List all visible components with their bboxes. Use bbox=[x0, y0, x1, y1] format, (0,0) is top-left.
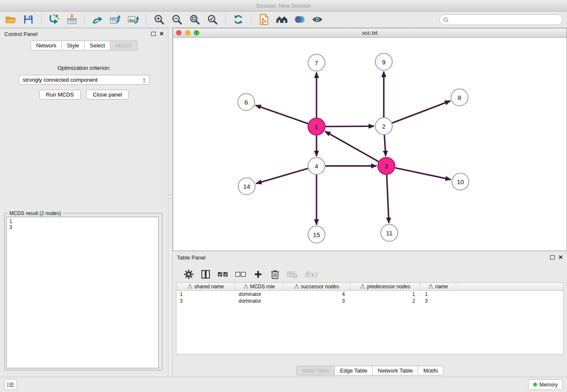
graph-node-1[interactable]: 1 bbox=[308, 118, 325, 135]
task-history-button[interactable] bbox=[4, 379, 17, 390]
graph-node-label: 7 bbox=[315, 59, 318, 66]
column-header-mcds-role[interactable]: MCDS role bbox=[235, 283, 283, 290]
column-header-name[interactable]: name bbox=[421, 283, 456, 290]
tab-network-table[interactable]: Network Table bbox=[373, 366, 418, 375]
cell-successor-nodes[interactable]: 3 bbox=[283, 298, 350, 304]
graph-node-4[interactable]: 4 bbox=[308, 157, 325, 174]
gear-icon bbox=[184, 270, 193, 279]
cell-predecessor-nodes[interactable]: 2 bbox=[350, 298, 421, 304]
mcds-result-list[interactable]: 1 3 bbox=[6, 217, 159, 368]
minimize-window-icon[interactable]: − bbox=[185, 30, 190, 36]
column-header-predecessor-nodes[interactable]: predecessor nodes bbox=[350, 283, 421, 290]
cell-name[interactable]: 3 bbox=[421, 298, 456, 304]
status-bar: Memory bbox=[0, 377, 567, 392]
cell-mcds-role[interactable]: dominator bbox=[235, 298, 283, 304]
float-table-panel-icon[interactable] bbox=[550, 255, 555, 259]
graph-node-11[interactable]: 11 bbox=[381, 224, 398, 241]
graph-node-3[interactable]: 3 bbox=[378, 157, 395, 174]
maximize-window-icon[interactable]: + bbox=[194, 30, 199, 36]
mcds-result-line: 3 bbox=[9, 224, 156, 230]
column-type-icon bbox=[294, 284, 299, 289]
cell-shared-name[interactable]: 3 bbox=[176, 298, 235, 304]
network-file-button[interactable] bbox=[257, 13, 271, 26]
zoom-fit-button[interactable] bbox=[187, 13, 202, 26]
close-panel-button[interactable]: Close panel bbox=[86, 90, 129, 99]
cell-name[interactable]: 1 bbox=[421, 291, 456, 298]
close-table-panel-icon[interactable]: × bbox=[559, 254, 563, 260]
tab-select[interactable]: Select bbox=[85, 41, 110, 50]
graph-node-15[interactable]: 15 bbox=[308, 226, 325, 243]
table-panel: Table Panel × bbox=[173, 252, 567, 377]
tab-motifs[interactable]: Motifs bbox=[418, 366, 443, 375]
memory-button[interactable]: Memory bbox=[528, 379, 563, 390]
export-image-button[interactable] bbox=[126, 13, 140, 26]
graph-node-10[interactable]: 10 bbox=[452, 173, 469, 190]
table-tabs: Node Table Edge Table Network Table Moti… bbox=[173, 366, 567, 375]
graph-node-label: 15 bbox=[313, 231, 320, 238]
select-all-columns-button[interactable] bbox=[217, 268, 228, 280]
tab-mcds[interactable]: MCDS bbox=[110, 41, 137, 50]
table-row[interactable]: 1 dominator 4 1 1 bbox=[176, 291, 563, 298]
cell-predecessor-nodes[interactable]: 1 bbox=[350, 291, 421, 298]
graph-node-7[interactable]: 7 bbox=[308, 54, 325, 71]
graph-node-6[interactable]: 6 bbox=[238, 94, 255, 110]
network-window-titlebar[interactable]: × − + scc.txt bbox=[173, 28, 567, 38]
column-header-successor-nodes[interactable]: successor nodes bbox=[283, 283, 350, 290]
dropdown-stepper-icon: ▲▼ bbox=[141, 76, 147, 84]
zoom-selected-button[interactable] bbox=[205, 13, 220, 26]
column-type-icon bbox=[360, 284, 365, 289]
close-panel-icon[interactable]: × bbox=[160, 31, 164, 37]
toolbar-separator bbox=[41, 14, 41, 25]
graph-node-2[interactable]: 2 bbox=[375, 118, 392, 135]
column-type-icon bbox=[243, 284, 248, 289]
run-mcds-button[interactable]: Run MCDS bbox=[39, 90, 81, 99]
graph-node-label: 1 bbox=[315, 123, 318, 130]
trash-icon bbox=[271, 269, 279, 279]
edge-3-1[interactable] bbox=[325, 131, 379, 161]
zoom-out-button[interactable] bbox=[170, 13, 184, 26]
tab-edge-table[interactable]: Edge Table bbox=[335, 366, 373, 375]
edge-2-8[interactable] bbox=[392, 101, 451, 123]
show-columns-button[interactable] bbox=[201, 268, 211, 280]
save-session-button[interactable] bbox=[21, 13, 36, 26]
create-column-button[interactable] bbox=[253, 268, 263, 280]
export-table-button[interactable] bbox=[108, 13, 123, 26]
open-session-button[interactable] bbox=[3, 13, 18, 26]
edge-1-2[interactable] bbox=[325, 126, 374, 127]
refresh-button[interactable] bbox=[231, 13, 245, 26]
tab-node-table[interactable]: Node Table bbox=[296, 366, 335, 375]
show-graphics-button[interactable] bbox=[310, 13, 325, 26]
home-icon bbox=[275, 14, 288, 25]
close-window-icon[interactable]: × bbox=[176, 30, 182, 36]
table-row[interactable]: 3 dominator 3 2 3 bbox=[176, 298, 563, 304]
column-header-shared-name[interactable]: shared name bbox=[176, 283, 235, 290]
network-window: × − + scc.txt 7968124314101511 bbox=[173, 28, 567, 251]
delete-column-button[interactable] bbox=[270, 268, 280, 280]
import-table-button[interactable] bbox=[65, 13, 79, 26]
graph-node-8[interactable]: 8 bbox=[451, 89, 468, 106]
unselect-all-columns-button[interactable] bbox=[235, 268, 246, 280]
criterion-dropdown[interactable]: strongly connected component ▲▼ bbox=[19, 75, 150, 85]
style-button[interactable] bbox=[292, 13, 307, 26]
home-button[interactable] bbox=[275, 13, 289, 26]
panel-splitter[interactable] bbox=[168, 28, 173, 377]
export-network-button[interactable] bbox=[91, 13, 105, 26]
cell-successor-nodes[interactable]: 4 bbox=[283, 291, 350, 298]
tab-style[interactable]: Style bbox=[62, 41, 85, 50]
cell-shared-name[interactable]: 1 bbox=[176, 291, 235, 298]
edge-4-14[interactable] bbox=[256, 168, 308, 184]
edge-1-6[interactable] bbox=[256, 105, 308, 124]
edge-2-3[interactable] bbox=[384, 135, 385, 156]
zoom-in-button[interactable] bbox=[152, 13, 166, 26]
table-settings-button[interactable] bbox=[184, 268, 194, 280]
network-canvas[interactable]: 7968124314101511 bbox=[173, 38, 567, 251]
float-panel-icon[interactable] bbox=[151, 32, 156, 36]
edge-3-10[interactable] bbox=[395, 168, 451, 179]
graph-node-9[interactable]: 9 bbox=[375, 53, 392, 70]
edge-3-11[interactable] bbox=[387, 175, 389, 223]
search-input[interactable] bbox=[451, 17, 559, 23]
import-network-button[interactable] bbox=[47, 13, 61, 26]
cell-mcds-role[interactable]: dominator bbox=[235, 291, 283, 298]
tab-network[interactable]: Network bbox=[30, 41, 62, 50]
graph-node-14[interactable]: 14 bbox=[238, 178, 255, 195]
